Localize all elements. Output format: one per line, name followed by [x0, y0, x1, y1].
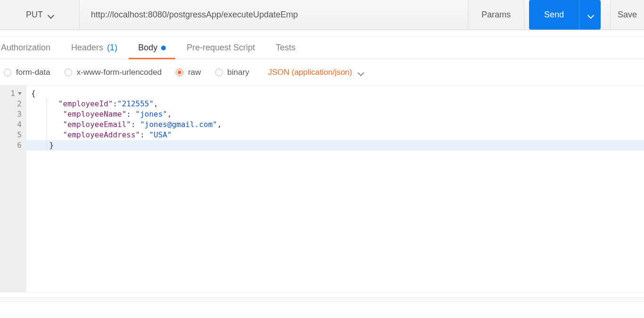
response-divider: [0, 297, 644, 303]
radio-binary[interactable]: binary: [215, 68, 249, 77]
save-label: Save: [618, 10, 637, 20]
json-value: "jones": [136, 110, 167, 119]
radio-form-data[interactable]: form-data: [4, 68, 50, 77]
send-label: Send: [544, 10, 564, 20]
tab-tests-label: Tests: [276, 43, 295, 53]
radio-x-www-label: x-www-form-urlencoded: [77, 68, 162, 77]
tab-prerequest[interactable]: Pre-request Script: [187, 37, 255, 59]
radio-icon: [65, 69, 72, 76]
chevron-down-icon: [48, 12, 53, 18]
radio-raw-label: raw: [188, 68, 201, 77]
radio-binary-label: binary: [228, 68, 249, 77]
json-key: "employeeName": [63, 110, 126, 119]
json-value: "212555": [117, 99, 154, 108]
content-type-label: JSON (application/json): [268, 68, 352, 77]
tab-body[interactable]: Body: [138, 37, 166, 59]
send-dropdown-button[interactable]: [579, 0, 601, 30]
send-button[interactable]: Send: [529, 0, 579, 30]
radio-form-data-label: form-data: [16, 68, 50, 77]
params-label: Params: [481, 10, 511, 20]
line-number: 4: [17, 119, 22, 130]
json-key: "employeeAddress": [63, 130, 140, 139]
line-number: 3: [17, 109, 22, 119]
tab-authorization-label: Authorization: [1, 43, 50, 53]
radio-icon: [176, 69, 183, 76]
send-button-group: Send: [529, 0, 601, 30]
tab-headers-count: (1): [107, 43, 117, 53]
radio-icon: [215, 69, 223, 76]
json-key: "employeeEmail": [63, 120, 131, 129]
line-number: 2: [17, 99, 22, 109]
radio-raw[interactable]: raw: [176, 68, 201, 77]
tab-prerequest-label: Pre-request Script: [187, 43, 255, 53]
body-editor[interactable]: 1 2 3 4 5 6 { "employeeId":"212555", "em…: [0, 86, 644, 293]
line-number: 5: [17, 130, 22, 140]
tab-authorization[interactable]: Authorization: [1, 37, 50, 59]
radio-icon: [4, 69, 11, 76]
content-type-dropdown[interactable]: JSON (application/json): [268, 68, 364, 77]
params-button[interactable]: Params: [468, 0, 524, 30]
json-value: "jones@gmail.com": [140, 120, 217, 129]
request-tabs: Authorization Headers (1) Body Pre-reque…: [0, 37, 644, 59]
http-method-dropdown[interactable]: PUT: [0, 0, 80, 30]
json-value: "USA": [149, 130, 171, 139]
line-number-gutter: 1 2 3 4 5 6: [0, 86, 26, 292]
url-input[interactable]: [84, 0, 463, 30]
line-number: 1: [10, 88, 15, 99]
request-bar: PUT Params Send Save: [0, 0, 644, 30]
http-method-label: PUT: [26, 10, 43, 20]
save-button[interactable]: Save: [610, 0, 644, 30]
json-key: "employeeId": [58, 99, 113, 108]
tab-tests[interactable]: Tests: [276, 37, 295, 59]
tab-body-label: Body: [138, 43, 157, 53]
body-type-selector: form-data x-www-form-urlencoded raw bina…: [0, 59, 644, 86]
radio-x-www[interactable]: x-www-form-urlencoded: [65, 68, 162, 77]
fold-icon[interactable]: [18, 92, 22, 95]
tab-headers-label: Headers: [71, 43, 103, 53]
line-number: 6: [17, 140, 22, 151]
chevron-down-icon: [358, 70, 363, 75]
code-area[interactable]: { "employeeId":"212555", "employeeName":…: [26, 86, 644, 292]
tab-headers[interactable]: Headers (1): [71, 37, 117, 59]
chevron-down-icon: [587, 12, 593, 18]
modified-dot-icon: [161, 46, 166, 50]
divider: [0, 30, 644, 37]
